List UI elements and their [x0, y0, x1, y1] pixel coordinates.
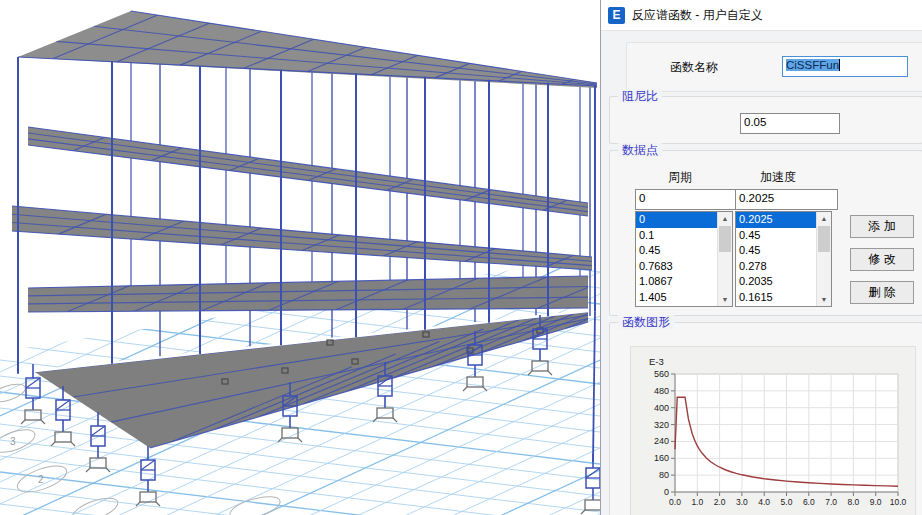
function-name-panel: 函数名称 CiSSFFun: [626, 42, 922, 92]
spectrum-chart: 0801602403204004805600.01.02.03.04.05.06…: [631, 347, 915, 515]
axis-bubble-label: 3: [10, 436, 16, 447]
period-list-scrollbar[interactable]: ▲ ▼: [717, 212, 732, 306]
function-graph-group-label: 函数图形: [618, 315, 674, 329]
list-item[interactable]: 1.0867: [636, 274, 717, 290]
function-name-value: CiSSFFun: [786, 59, 839, 71]
svg-text:7.0: 7.0: [825, 497, 837, 507]
list-item[interactable]: 0.45: [636, 243, 717, 259]
data-points-group: 数据点 周期 加速度 0 0.2025 00.10.450.76831.0867…: [609, 150, 922, 316]
list-item[interactable]: 0.45: [736, 243, 816, 259]
dialog-title: 反应谱函数 - 用户自定义: [632, 7, 763, 24]
acceleration-header: 加速度: [760, 169, 796, 186]
svg-text:8.0: 8.0: [847, 497, 859, 507]
scroll-down-icon[interactable]: ▼: [718, 293, 732, 306]
list-item[interactable]: 0.1615: [736, 290, 816, 306]
svg-text:3.0: 3.0: [736, 497, 748, 507]
text-caret: [839, 59, 840, 71]
svg-text:560: 560: [654, 369, 669, 379]
function-name-input[interactable]: CiSSFFun: [782, 56, 908, 77]
list-item[interactable]: 1.405: [636, 290, 717, 306]
list-item[interactable]: 0.278: [736, 259, 816, 275]
svg-text:9.0: 9.0: [870, 497, 882, 507]
acceleration-input[interactable]: 0.2025: [735, 189, 838, 210]
damping-group-label: 阻尼比: [618, 89, 662, 103]
dialog-titlebar[interactable]: E 反应谱函数 - 用户自定义: [601, 0, 922, 31]
axis-bubble-label: 2: [38, 474, 44, 485]
period-input[interactable]: 0: [635, 189, 739, 210]
y-axis-unit-label: E-3: [649, 356, 664, 367]
svg-text:10.0: 10.0: [890, 497, 907, 507]
svg-text:160: 160: [654, 453, 669, 463]
function-name-label: 函数名称: [670, 59, 718, 76]
data-points-group-label: 数据点: [618, 143, 662, 157]
damping-ratio-input[interactable]: 0.05: [740, 113, 840, 134]
svg-text:0.0: 0.0: [669, 497, 681, 507]
list-item[interactable]: 0.1: [636, 228, 717, 244]
svg-text:80: 80: [659, 470, 669, 480]
add-button[interactable]: 添 加: [850, 215, 914, 238]
svg-text:2.0: 2.0: [714, 497, 726, 507]
damping-group: 阻尼比 0.05: [609, 96, 922, 144]
list-item[interactable]: 0.45: [736, 228, 816, 244]
list-item[interactable]: 0.2035: [736, 274, 816, 290]
scroll-down-icon[interactable]: ▼: [817, 293, 831, 306]
app-window: 3 2 E 反应谱函数 - 用户自定义 函数名称 CiSSFFun 阻尼比 0.…: [0, 0, 922, 515]
period-header: 周期: [668, 169, 692, 186]
svg-text:480: 480: [654, 386, 669, 396]
acceleration-list[interactable]: 0.20250.450.450.2780.20350.1615 ▲ ▼: [735, 211, 832, 307]
acceleration-list-scrollbar[interactable]: ▲ ▼: [816, 212, 831, 306]
scrollbar-thumb[interactable]: [818, 226, 830, 252]
svg-text:4.0: 4.0: [758, 497, 770, 507]
delete-button[interactable]: 删 除: [850, 281, 914, 304]
model-3d-view[interactable]: 3 2: [0, 0, 600, 515]
svg-text:1.0: 1.0: [691, 497, 703, 507]
scroll-up-icon[interactable]: ▲: [817, 212, 831, 225]
svg-text:0: 0: [664, 487, 669, 497]
structural-model-canvas: 3 2: [0, 0, 600, 515]
period-list[interactable]: 00.10.450.76831.08671.405 ▲ ▼: [635, 211, 733, 307]
modify-button[interactable]: 修 改: [850, 248, 914, 271]
svg-text:6.0: 6.0: [803, 497, 815, 507]
scrollbar-thumb[interactable]: [719, 226, 731, 252]
axis-bubble: [228, 492, 283, 515]
svg-text:5.0: 5.0: [781, 497, 793, 507]
scroll-up-icon[interactable]: ▲: [718, 212, 732, 225]
svg-text:240: 240: [654, 436, 669, 446]
list-item[interactable]: 0.2025: [736, 212, 816, 228]
list-item[interactable]: 0.7683: [636, 259, 717, 275]
svg-text:400: 400: [654, 403, 669, 413]
spectrum-chart-panel: 0801602403204004805600.01.02.03.04.05.06…: [630, 346, 916, 515]
function-graph-group: 函数图形 0801602403204004805600.01.02.03.04.…: [609, 322, 922, 515]
list-item[interactable]: 0: [636, 212, 717, 228]
response-spectrum-dialog: E 反应谱函数 - 用户自定义 函数名称 CiSSFFun 阻尼比 0.05 数…: [600, 0, 922, 515]
svg-text:320: 320: [654, 420, 669, 430]
etabs-logo-icon: E: [608, 7, 625, 24]
